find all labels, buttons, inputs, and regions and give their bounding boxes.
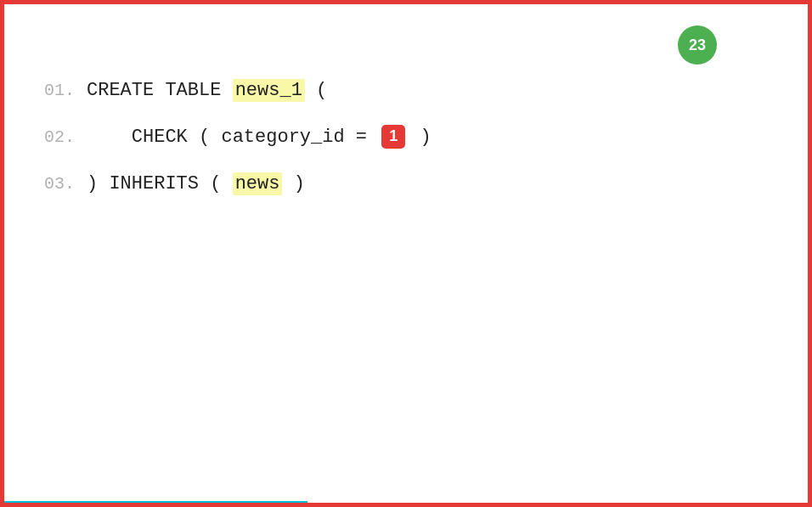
score-badge: 23 xyxy=(678,25,717,65)
code-line-1: 01. CREATE TABLE news_1 ( xyxy=(44,78,768,104)
code-content-2: CHECK ( category_id = 1 ) xyxy=(87,125,431,151)
page-container: 23 01. CREATE TABLE news_1 ( 02. CHECK (… xyxy=(2,2,810,505)
highlight-news1: news_1 xyxy=(233,79,305,102)
code-line-2: 02. CHECK ( category_id = 1 ) xyxy=(44,125,768,151)
code-content-3: ) INHERITS ( news ) xyxy=(87,172,305,198)
outer-border xyxy=(2,2,810,505)
code-content-1: CREATE TABLE news_1 ( xyxy=(87,78,327,104)
bottom-bar xyxy=(2,501,307,505)
value-badge-1: 1 xyxy=(381,125,405,149)
code-line-3: 03. ) INHERITS ( news ) xyxy=(44,172,768,198)
line-number-2: 02. xyxy=(44,126,87,149)
line-number-1: 01. xyxy=(44,79,87,103)
code-area: 01. CREATE TABLE news_1 ( 02. CHECK ( ca… xyxy=(44,78,768,217)
line-number-3: 03. xyxy=(44,172,87,196)
highlight-news: news xyxy=(233,172,283,195)
